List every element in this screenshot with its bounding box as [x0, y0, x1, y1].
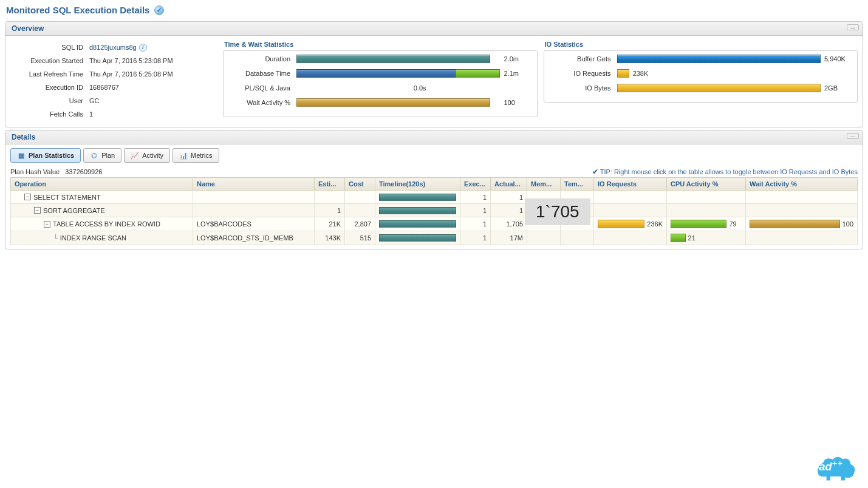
tab-activity-label: Activity — [142, 152, 163, 159]
row-wait: 100 — [842, 220, 853, 228]
expand-toggle[interactable]: − — [44, 221, 50, 228]
fetch-value: 1 — [89, 109, 93, 120]
wait-value: 100 — [501, 99, 531, 106]
activity-icon: 📈 — [131, 151, 139, 160]
timeline-bar — [379, 207, 456, 214]
row-esti — [315, 191, 345, 204]
row-esti: 143K — [315, 231, 345, 245]
col-cpu[interactable]: CPU Activity % — [667, 178, 746, 191]
table-row[interactable]: −SELECT STATEMENT 1 1 — [11, 191, 858, 204]
dbtime-bar-cpu — [296, 69, 456, 78]
info-icon[interactable]: i — [139, 44, 147, 52]
cpu-cell-bar — [671, 220, 726, 228]
ioreq-cell-bar — [598, 220, 644, 228]
op-label: SORT AGGREGATE — [43, 207, 104, 214]
row-cost: 515 — [345, 231, 375, 245]
col-timeline[interactable]: Timeline(120s) — [375, 178, 460, 191]
status-check-icon: ✓ — [154, 5, 164, 15]
wait-cell-bar — [750, 220, 840, 228]
user-value: GC — [89, 95, 100, 106]
plan-hash-label: Plan Hash Value — [10, 168, 60, 175]
op-label: SELECT STATEMENT — [33, 194, 101, 201]
fetch-label: Fetch Calls — [10, 109, 89, 120]
duration-value: 2.0m — [501, 55, 531, 63]
col-ioreq[interactable]: IO Requests — [594, 178, 667, 191]
col-exec[interactable]: Exec... — [460, 178, 491, 191]
details-collapse-toggle[interactable]: — — [847, 133, 859, 139]
wait-label: Wait Activity % — [230, 99, 296, 106]
time-stats-box: Duration 2.0m Database Time 2.1m PL/SQL — [223, 50, 538, 117]
tab-activity[interactable]: 📈 Activity — [124, 148, 170, 163]
row-actual: 17M — [491, 231, 527, 245]
sql-id-link[interactable]: d8125juxums8g — [89, 42, 137, 53]
dbtime-label: Database Time — [230, 70, 296, 77]
plan-table[interactable]: Operation Name Esti... Cost Timeline(120… — [10, 177, 858, 245]
overview-collapse-toggle[interactable]: — — [847, 24, 859, 30]
dbtime-bar-other — [456, 69, 501, 78]
expand-toggle[interactable]: − — [24, 194, 31, 200]
expand-toggle[interactable]: − — [34, 207, 41, 214]
wait-bar — [296, 98, 490, 107]
table-row[interactable]: −TABLE ACCESS BY INDEX ROWID LOY$BARCODE… — [11, 217, 858, 231]
timeline-bar — [379, 234, 456, 242]
annotation-1705: 1`705 — [525, 198, 590, 225]
duration-bar — [296, 55, 490, 63]
iobytes-label: IO Bytes — [550, 84, 617, 92]
buffer-value: 5,940K — [821, 55, 851, 63]
iobytes-bar — [617, 84, 821, 92]
tab-plan-statistics-label: Plan Statistics — [29, 152, 74, 159]
io-stats-title: IO Statistics — [544, 39, 858, 50]
op-label: TABLE ACCESS BY INDEX ROWID — [53, 220, 160, 228]
tab-metrics[interactable]: 📊 Metrics — [173, 148, 219, 163]
sql-id-label: SQL ID — [10, 42, 89, 53]
col-mem[interactable]: Mem... — [527, 178, 561, 191]
last-refresh-value: Thu Apr 7, 2016 5:25:08 PM — [89, 69, 173, 80]
table-row[interactable]: −SORT AGGREGATE 1 1 1 — [11, 204, 858, 217]
plan-icon: ⌬ — [90, 151, 98, 160]
tab-plan-statistics[interactable]: ▦ Plan Statistics — [10, 148, 81, 163]
row-exec: 1 — [460, 217, 491, 231]
page-title: Monitored SQL Execution Details ✓ — [0, 0, 868, 19]
exec-id-label: Execution ID — [10, 82, 89, 93]
ioreq-label: IO Requests — [550, 70, 617, 77]
table-row[interactable]: └INDEX RANGE SCAN LOY$BARCOD_STS_ID_MEMB… — [11, 231, 858, 245]
col-actual[interactable]: Actual... — [491, 178, 527, 191]
overview-header: Overview — — [5, 22, 863, 36]
overview-kv: SQL ID d8125juxums8gi Execution Started … — [10, 39, 217, 122]
col-cost[interactable]: Cost — [345, 178, 375, 191]
buffer-label: Buffer Gets — [550, 55, 617, 63]
col-name[interactable]: Name — [193, 178, 315, 191]
ioreq-value: 238K — [629, 70, 649, 77]
row-name — [193, 191, 315, 204]
user-label: User — [10, 95, 89, 106]
col-operation[interactable]: Operation — [11, 178, 193, 191]
details-title: Details — [12, 133, 35, 141]
overview-title: Overview — [12, 24, 44, 33]
row-cpu: 79 — [729, 220, 736, 228]
exec-started-value: Thu Apr 7, 2016 5:23:08 PM — [89, 55, 173, 66]
col-temp[interactable]: Tem... — [561, 178, 594, 191]
row-esti: 21K — [315, 217, 345, 231]
row-cpu: 21 — [688, 234, 695, 242]
row-esti: 1 — [315, 204, 345, 217]
last-refresh-label: Last Refresh Time — [10, 69, 89, 80]
col-wait[interactable]: Wait Activity % — [746, 178, 858, 191]
dbtime-value: 2.1m — [501, 70, 531, 77]
iobytes-value: 2GB — [821, 84, 851, 92]
row-actual: 1,705 — [491, 217, 527, 231]
row-actual: 1 — [491, 191, 527, 204]
row-ioreq: 236K — [647, 220, 663, 228]
plsql-label: PL/SQL & Java — [230, 84, 296, 92]
plan-header-row: Operation Name Esti... Cost Timeline(120… — [11, 178, 858, 191]
metrics-icon: 📊 — [179, 151, 188, 160]
plsql-value: 0.0s — [414, 84, 531, 92]
exec-id-value: 16868767 — [89, 82, 119, 93]
col-esti[interactable]: Esti... — [315, 178, 345, 191]
cpu-cell-bar — [671, 234, 686, 242]
row-exec: 1 — [460, 204, 491, 217]
row-exec: 1 — [460, 231, 491, 245]
row-cost — [345, 191, 375, 204]
tab-plan[interactable]: ⌬ Plan — [83, 148, 121, 163]
details-tabbar: ▦ Plan Statistics ⌬ Plan 📈 Activity 📊 Me… — [10, 148, 858, 163]
tree-elbow-icon: └ — [53, 234, 58, 242]
